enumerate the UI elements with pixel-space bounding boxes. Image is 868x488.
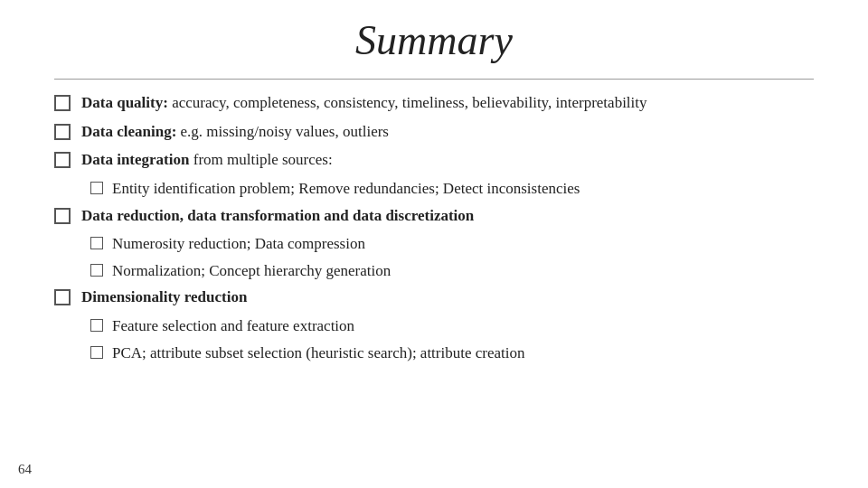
list-item: Data reduction, data transformation and … [54, 205, 814, 228]
item-normal: Entity identification problem; Remove re… [112, 180, 580, 197]
list-item-sub: Numerosity reduction; Data compression [90, 233, 814, 256]
item-text: Numerosity reduction; Data compression [112, 233, 365, 256]
sub-bullet-icon [90, 237, 103, 249]
item-bold: Dimensionality reduction [81, 288, 247, 305]
item-normal: Numerosity reduction; Data compression [112, 235, 365, 252]
sub-bullet-icon [90, 182, 103, 194]
bullet-icon [54, 95, 71, 111]
slide-title: Summary [54, 16, 814, 64]
bullet-icon [54, 208, 71, 224]
item-text: Data cleaning: e.g. missing/noisy values… [81, 121, 389, 144]
item-normal: PCA; attribute subset selection (heurist… [112, 344, 525, 361]
page-number: 64 [18, 462, 32, 477]
item-text: Feature selection and feature extraction [112, 315, 354, 338]
item-normal: Feature selection and feature extraction [112, 317, 354, 334]
bullet-icon [54, 152, 71, 168]
item-normal: accuracy, completeness, consistency, tim… [172, 94, 646, 111]
sub-bullet-icon [90, 264, 103, 277]
item-bold: Data quality: [81, 94, 168, 111]
list-item-sub: Normalization; Concept hierarchy generat… [90, 260, 814, 283]
item-text: PCA; attribute subset selection (heurist… [112, 343, 525, 365]
title-section: Summary [54, 0, 814, 73]
item-text: Data quality: accuracy, completeness, co… [81, 92, 647, 115]
slide-container: Summary Data quality: accuracy, complete… [0, 0, 868, 488]
list-item-sub: Entity identification problem; Remove re… [90, 178, 814, 201]
list-item: Data integration from multiple sources: [54, 149, 814, 172]
item-bold: Data reduction, data transformation and … [81, 207, 474, 224]
item-bold: Data integration [81, 151, 189, 168]
list-item-sub: Feature selection and feature extraction [90, 315, 814, 338]
sub-bullet-icon [90, 319, 103, 332]
item-text: Data reduction, data transformation and … [81, 205, 474, 228]
item-text: Data integration from multiple sources: [81, 149, 333, 172]
list-item: Dimensionality reduction [54, 286, 814, 309]
list-item: Data cleaning: e.g. missing/noisy values… [54, 121, 814, 144]
bullet-icon [54, 124, 71, 140]
sub-bullet-icon [90, 346, 103, 359]
divider [54, 79, 814, 80]
item-normal: e.g. missing/noisy values, outliers [181, 123, 389, 140]
bullet-icon [54, 289, 71, 305]
item-text: Normalization; Concept hierarchy generat… [112, 260, 391, 283]
item-normal: Normalization; Concept hierarchy generat… [112, 262, 391, 279]
item-text: Dimensionality reduction [81, 286, 247, 309]
list-item: Data quality: accuracy, completeness, co… [54, 92, 814, 115]
item-normal: from multiple sources: [193, 151, 333, 168]
list-item-sub: PCA; attribute subset selection (heurist… [90, 343, 814, 365]
content-area: Data quality: accuracy, completeness, co… [54, 92, 814, 470]
item-bold: Data cleaning: [81, 123, 176, 140]
item-text: Entity identification problem; Remove re… [112, 178, 580, 201]
